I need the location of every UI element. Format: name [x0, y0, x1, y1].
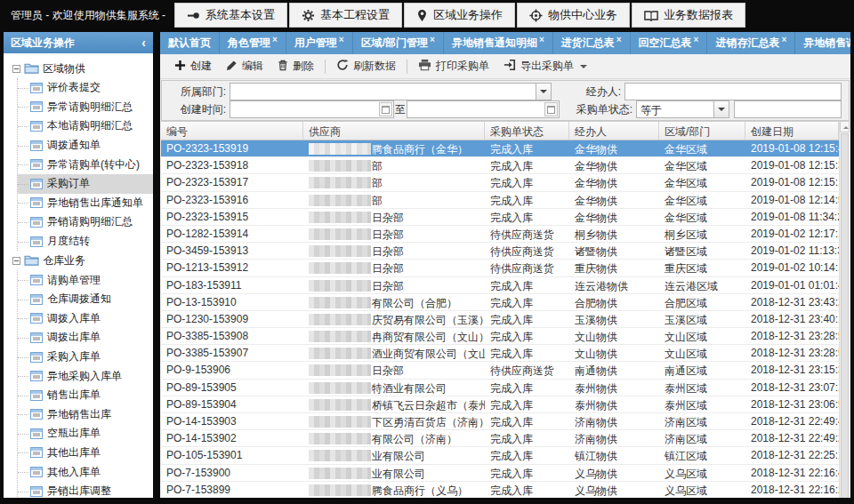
tree-item[interactable]: 异地销售出库通知单 — [18, 194, 153, 213]
tree-item[interactable]: 本地请购明细汇总 — [18, 116, 153, 136]
table-row[interactable]: PO-105-153901业有限公司完成入库镇江物供镇江区域2018-12-31… — [161, 447, 839, 464]
tree-item[interactable]: 调拨出库单 — [18, 328, 153, 348]
tree-item[interactable]: 异销出库调整 — [18, 482, 153, 498]
toolbar-button-5[interactable]: 导出采购单 — [496, 56, 594, 76]
toolbar-button-0[interactable]: 创建 — [167, 56, 219, 76]
table-row[interactable]: PO-14-153903下区勇清百货店（济南）完成入库济南物供济南区域2018-… — [161, 413, 839, 430]
tree-item[interactable]: 采购入库单 — [18, 348, 153, 367]
tab-5[interactable]: 进货汇总表× — [553, 32, 631, 54]
column-header[interactable]: 创建日期 — [745, 122, 839, 140]
collapse-minus-icon[interactable] — [12, 257, 20, 265]
cell-text: 下区勇清百货店（济南） — [372, 416, 485, 428]
toolbar-button-4[interactable]: 打印采购单 — [411, 56, 496, 76]
tree-item[interactable]: 采购订单 — [18, 174, 153, 194]
tree-item[interactable]: 月度结转 — [18, 232, 153, 252]
status-operator-select[interactable]: 等于 — [636, 100, 729, 118]
tab-label: 默认首页 — [168, 36, 211, 51]
tab-6[interactable]: 回空汇总表× — [631, 32, 708, 54]
table-row[interactable]: PO-9-153906日杂部待供应商送货南通物供南通区域2018-12-31 2… — [161, 362, 839, 379]
tree-group[interactable]: 区域物供 — [12, 59, 153, 78]
table-row[interactable]: PO-2323-153915日杂部完成入库金华物供金华区域2019-01-08 … — [161, 209, 839, 226]
tree-item[interactable]: 异地销售出库 — [18, 405, 153, 425]
close-icon[interactable]: × — [616, 35, 622, 44]
tree-item[interactable]: 其他入库单 — [18, 462, 153, 482]
tree-item[interactable]: 异销请购明细汇总 — [18, 212, 153, 232]
calendar-icon[interactable] — [544, 102, 558, 116]
tree-item[interactable]: 销售出库单 — [18, 386, 153, 405]
sidebar-collapse-icon[interactable]: ‹ — [141, 36, 146, 49]
close-icon[interactable]: × — [339, 35, 344, 44]
table-row[interactable]: PO-1213-153912日杂部待供应商送货重庆物供重庆区域2019-01-0… — [161, 260, 839, 276]
table-row[interactable]: PO-7-153899腾食品商行（义乌）完成入库义乌物供义乌区域2018-12-… — [161, 482, 839, 498]
calendar-icon[interactable] — [379, 102, 392, 116]
tree-item[interactable]: 评价表提交 — [18, 78, 153, 98]
table-row[interactable]: PO-2323-153916部完成入库金华物供金华区域2019-01-08 12… — [161, 192, 839, 209]
vertical-scrollbar[interactable] — [839, 121, 850, 498]
tab-1[interactable]: 角色管理× — [220, 32, 286, 54]
scrollbar-thumb[interactable] — [841, 133, 849, 498]
table-row[interactable]: PO-13-153910有限公司（合肥）完成入库合肥物供合肥区域2018-12-… — [161, 294, 839, 311]
table-row[interactable]: PO-1230-153909庆贸易有限公司（玉溪）完成入库玉溪物供玉溪区域201… — [161, 311, 839, 328]
tree-item[interactable]: 仓库调拨通知 — [18, 290, 153, 309]
menu-button-3[interactable]: 物供中心业务 — [517, 3, 630, 28]
tab-8[interactable]: 异地销售调整明细× — [795, 32, 850, 54]
tree-item[interactable]: 异常请购单(转中心) — [18, 155, 153, 174]
cell-text: 合肥物供 — [575, 297, 617, 309]
toolbar-button-1[interactable]: 编辑 — [219, 56, 270, 76]
column-header[interactable]: 供应商 — [303, 122, 485, 140]
toolbar-button-2[interactable]: 删除 — [270, 56, 321, 76]
tab-3[interactable]: 区域/部门管理× — [353, 32, 444, 54]
toolbar-button-3[interactable]: 刷新数据 — [329, 56, 403, 76]
collapse-minus-icon[interactable] — [12, 65, 20, 73]
table-row[interactable]: PO-183-153911日杂部完成入库连云港物供连云港区域2019-01-01… — [161, 277, 839, 294]
table-row[interactable]: PO-1282-153914日杂部待供应商送货桐乡物供桐乡区域2019-01-0… — [161, 226, 839, 243]
cell-text: 金华物供 — [575, 195, 617, 207]
close-icon[interactable]: × — [781, 35, 786, 44]
scroll-up-icon[interactable] — [840, 121, 850, 132]
column-header[interactable]: 编号 — [161, 122, 303, 140]
tab-0[interactable]: 默认首页 — [160, 32, 220, 54]
table-row[interactable]: PO-2323-153918部完成入库金华物供金华区域2019-01-08 12… — [161, 157, 839, 174]
chevron-down-icon[interactable] — [713, 101, 729, 117]
table-row[interactable]: PO-14-153902有限公司（济南）完成入库济南物供济南区域2018-12-… — [161, 430, 839, 447]
cell-text: 完成入库 — [490, 468, 533, 480]
tree-item[interactable]: 调拨通知单 — [18, 136, 153, 156]
cell-text: PO-2323-153917 — [166, 176, 248, 188]
tree-group[interactable]: 仓库业务 — [12, 251, 153, 270]
tab-4[interactable]: 异地销售通知明细× — [444, 32, 553, 54]
menu-button-0[interactable]: 系统基本设置 — [174, 3, 287, 28]
tree-item[interactable]: 空瓶出库单 — [18, 424, 153, 444]
column-header[interactable]: 经办人 — [569, 122, 659, 140]
close-icon[interactable]: × — [694, 35, 699, 44]
table-row[interactable]: PO-3385-153908冉商贸有限公司（文山）完成入库文山物供文山区域201… — [161, 328, 839, 345]
chevron-down-icon[interactable] — [536, 84, 551, 100]
menu-button-1[interactable]: 基本工程设置 — [289, 3, 402, 28]
department-select[interactable] — [230, 83, 552, 100]
tab-label: 异地销售通知明细 — [452, 36, 537, 51]
menu-button-2[interactable]: 区域业务操作 — [404, 3, 515, 28]
close-icon[interactable]: × — [539, 35, 544, 44]
tab-7[interactable]: 进销存汇总表× — [707, 32, 795, 54]
close-icon[interactable]: × — [430, 35, 435, 44]
table-row[interactable]: PO-2323-153919腾食品商行（金华）完成入库金华物供金华区域2019-… — [161, 140, 839, 157]
status-value-input[interactable] — [734, 100, 842, 118]
column-header[interactable]: 采购单状态 — [485, 122, 569, 140]
created-to-input[interactable] — [407, 100, 560, 118]
created-from-input[interactable] — [230, 100, 394, 118]
table-row[interactable]: PO-2323-153917部完成入库金华物供金华区域2019-01-08 12… — [161, 174, 839, 191]
tree-item[interactable]: 请购单管理 — [18, 270, 153, 290]
tree-item[interactable]: 异地采购入库单 — [18, 366, 153, 386]
column-header[interactable]: 区域/部门 — [659, 122, 745, 140]
table-row[interactable]: PO-3459-153913日杂部待供应商送货诸暨物供诸暨区域2019-01-0… — [161, 243, 839, 260]
tree-item[interactable]: 异常请购明细汇总 — [18, 98, 153, 117]
tab-2[interactable]: 用户管理× — [286, 32, 353, 54]
table-row[interactable]: PO-89-153904桥镇飞云日杂超市（泰州）完成入库泰州物供泰州区域2018… — [161, 396, 839, 413]
table-row[interactable]: PO-3385-153907酒业商贸有限公司（文山）完成入库文山物供文山区域20… — [161, 345, 839, 362]
table-row[interactable]: PO-7-153900业有限公司完成入库义乌物供义乌区域2018-12-31 2… — [161, 465, 839, 482]
close-icon[interactable]: × — [272, 35, 278, 44]
table-row[interactable]: PO-89-153905特酒业有限公司完成入库泰州物供泰州区域2018-12-3… — [161, 380, 839, 396]
agent-input[interactable] — [624, 83, 842, 100]
tree-item[interactable]: 调拨入库单 — [18, 309, 153, 329]
menu-button-4[interactable]: 业务数据报表 — [632, 3, 745, 28]
tree-item[interactable]: 其他出库单 — [18, 444, 153, 463]
